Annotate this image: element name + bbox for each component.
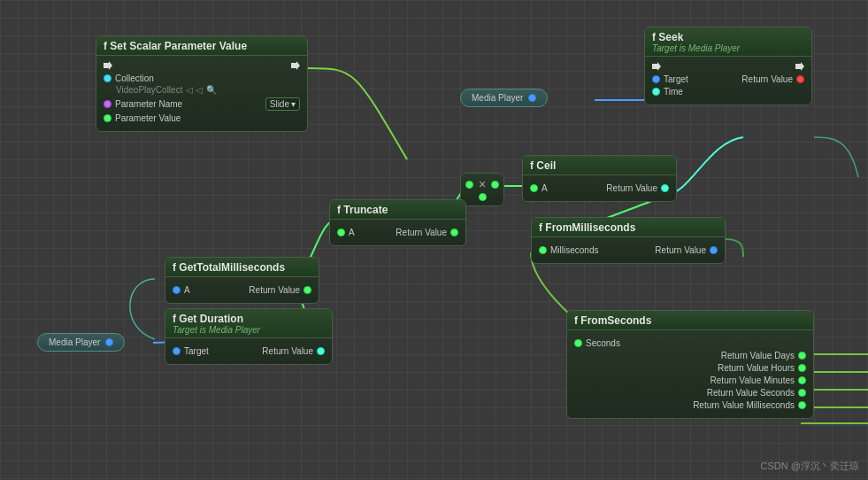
from-ms-return-pin [710,246,718,254]
seek-title: f Seek [652,31,804,43]
multiply-out [491,181,499,189]
media-player-pill-top[interactable]: Media Player [460,89,548,107]
seek-target-pin [652,75,660,83]
ceil-header: f Ceil [523,156,676,175]
media-player-pill-bottom[interactable]: Media Player [37,333,125,352]
param-name-pin [104,100,111,108]
from-seconds-node: f FromSeconds Seconds Return Value Days … [566,310,814,419]
param-name-dropdown[interactable]: Slide ▾ [265,97,300,111]
multiply-node: × [460,173,504,206]
collection-value-row: VideoPlayCollect ◁ ◁ 🔍 [104,85,300,95]
rv-seconds-pin [798,389,806,397]
get-total-ms-a-pin [173,286,181,294]
seek-time-row: Time [652,87,804,97]
exec-in-pin [104,61,112,70]
ceil-return-pin [661,184,669,192]
set-scalar-header: f Set Scalar Parameter Value [96,36,307,56]
seek-subtitle: Target is Media Player [652,43,804,53]
seek-return-pin [796,75,804,83]
from-seconds-hours-row: Return Value Hours [574,363,806,373]
seek-exec-in [652,62,661,71]
truncate-a-row: A Return Value [337,228,458,237]
set-scalar-node: f Set Scalar Parameter Value Collection … [96,35,308,132]
truncate-node: f Truncate A Return Value [329,199,466,246]
from-seconds-pin [574,339,582,347]
rv-days-pin [798,352,806,360]
get-duration-target-row: Target Return Value [173,346,325,356]
param-value-pin [104,114,111,122]
media-player-top-pin [528,94,536,102]
from-seconds-minutes-row: Return Value Minutes [574,375,806,385]
get-total-ms-header: f GetTotalMilliseconds [165,258,319,277]
seek-exec-row [652,62,804,71]
get-total-ms-node: f GetTotalMilliseconds A Return Value [165,257,319,304]
from-seconds-seconds2-row: Return Value Seconds [574,388,806,398]
get-duration-target-pin [173,347,181,355]
from-ms-header: f FromMilliseconds [532,218,725,237]
media-player-bottom-pin [105,338,113,346]
from-seconds-ms-row: Return Value Milliseconds [574,400,806,410]
ceil-a-row: A Return Value [530,183,669,193]
from-seconds-days-row: Return Value Days [574,351,806,360]
collection-row: Collection [104,74,300,83]
ceil-a-pin [530,184,538,192]
truncate-title: f Truncate [337,204,458,216]
exec-out-pin [291,61,300,70]
multiply-in1 [465,181,473,189]
from-ms-row: Milliseconds Return Value [539,245,718,255]
seek-exec-out [795,62,804,71]
get-duration-header: f Get Duration Target is Media Player [165,309,332,338]
get-duration-title: f Get Duration [173,313,325,325]
watermark: CSDN @浮沉丶奕迁琼 [761,460,859,473]
seek-target-row: Target Return Value [652,74,804,84]
from-seconds-seconds-row: Seconds [574,338,806,348]
seek-header: f Seek Target is Media Player [645,27,811,57]
rv-hours-pin [798,364,806,372]
set-scalar-title: f Set Scalar Parameter Value [104,40,300,52]
set-scalar-exec-row [104,61,300,70]
get-duration-return-pin [317,347,325,355]
get-total-ms-return-pin [303,286,311,294]
seek-time-pin [652,88,660,96]
multiply-in2 [479,193,487,201]
param-value-row: Parameter Value [104,113,300,123]
rv-ms-pin [798,401,806,409]
collection-pin [104,74,111,82]
get-total-ms-title: f GetTotalMilliseconds [173,261,311,274]
rv-minutes-pin [798,376,806,384]
truncate-a-pin [337,228,345,236]
from-seconds-title: f FromSeconds [574,314,806,327]
from-seconds-header: f FromSeconds [567,311,813,330]
get-duration-subtitle: Target is Media Player [173,325,325,335]
get-duration-node: f Get Duration Target is Media Player Ta… [165,308,333,365]
param-name-row: Parameter Name Slide ▾ [104,97,300,111]
from-ms-title: f FromMilliseconds [539,221,718,234]
seek-node: f Seek Target is Media Player Target Ret… [644,27,812,105]
ceil-node: f Ceil A Return Value [522,155,677,202]
truncate-header: f Truncate [330,200,465,220]
truncate-return-pin [450,228,458,236]
get-total-ms-a-row: A Return Value [173,285,311,295]
from-ms-node: f FromMilliseconds Milliseconds Return V… [531,217,726,264]
ceil-title: f Ceil [530,159,669,172]
from-ms-pin [539,246,547,254]
